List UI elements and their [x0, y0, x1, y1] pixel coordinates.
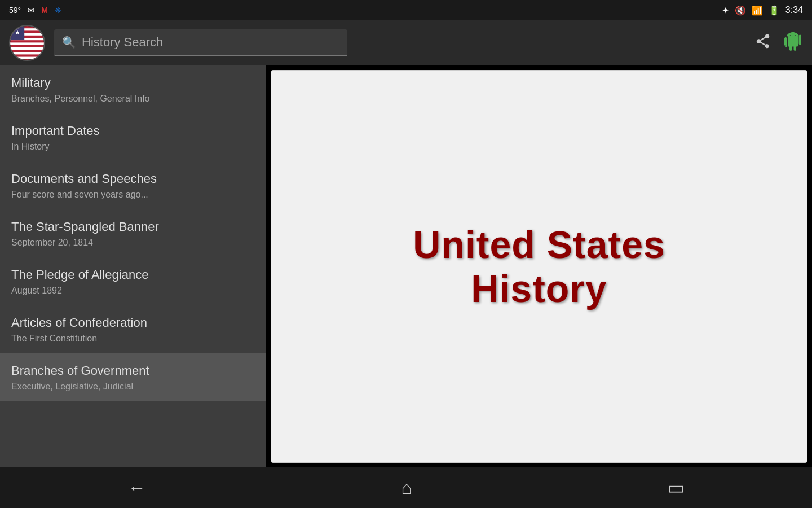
search-container[interactable]: 🔍 [54, 29, 347, 56]
sidebar-item-military[interactable]: MilitaryBranches, Personnel, General Inf… [0, 65, 266, 113]
share-icon[interactable] [754, 33, 771, 54]
status-time: 3:34 [785, 5, 803, 15]
sidebar-item-star-spangled-banner[interactable]: The Star-Spangled BannerSeptember 20, 18… [0, 209, 266, 257]
sidebar-item-title-documents-speeches: Documents and Speeches [11, 172, 254, 186]
status-bar: 59° ✉ M ❋ ✦ 🔇 📶 🔋 3:34 [0, 0, 812, 20]
sidebar-item-title-star-spangled-banner: The Star-Spangled Banner [11, 220, 254, 234]
main-content: MilitaryBranches, Personnel, General Inf… [0, 65, 812, 467]
sidebar-item-articles-confederation[interactable]: Articles of ConfederationThe First Const… [0, 305, 266, 353]
recent-apps-button[interactable]: ▭ [645, 472, 707, 503]
header: ★ 🔍 [0, 20, 812, 65]
back-button[interactable]: ← [105, 473, 168, 503]
sidebar-item-pledge-allegiance[interactable]: The Pledge of AllegianceAugust 1892 [0, 257, 266, 305]
svg-text:★: ★ [15, 29, 20, 36]
svg-rect-4 [10, 42, 44, 45]
sidebar-item-subtitle-documents-speeches: Four score and seven years ago... [11, 190, 254, 200]
sidebar-item-subtitle-military: Branches, Personnel, General Info [11, 94, 254, 104]
sidebar-item-important-dates[interactable]: Important DatesIn History [0, 113, 266, 161]
sidebar-item-title-pledge-allegiance: The Pledge of Allegiance [11, 268, 254, 282]
sidebar-item-title-military: Military [11, 76, 254, 90]
sidebar-item-subtitle-branches-government: Executive, Legislative, Judicial [11, 382, 254, 392]
sidebar: MilitaryBranches, Personnel, General Inf… [0, 65, 266, 467]
status-gmail-icon: M [41, 6, 48, 15]
svg-rect-7 [10, 57, 44, 59]
status-app-icon: ❋ [55, 6, 61, 15]
sidebar-item-subtitle-articles-confederation: The First Constitution [11, 334, 254, 344]
flag-logo[interactable]: ★ [9, 25, 45, 61]
search-input[interactable] [82, 35, 339, 50]
status-bluetooth-icon: ✦ [722, 5, 729, 16]
sidebar-item-subtitle-pledge-allegiance: August 1892 [11, 286, 254, 296]
status-mute-icon: 🔇 [735, 5, 746, 16]
header-right-icons [754, 30, 803, 55]
svg-rect-5 [10, 47, 44, 50]
android-icon[interactable] [783, 30, 803, 55]
status-temp: 59° [9, 6, 21, 15]
search-icon: 🔍 [62, 36, 76, 49]
content-title: United StatesHistory [413, 222, 665, 310]
sidebar-item-title-articles-confederation: Articles of Confederation [11, 316, 254, 330]
home-button[interactable]: ⌂ [378, 473, 434, 503]
svg-rect-6 [10, 52, 44, 54]
sidebar-item-subtitle-important-dates: In History [11, 142, 254, 152]
sidebar-item-subtitle-star-spangled-banner: September 20, 1814 [11, 238, 254, 248]
sidebar-item-documents-speeches[interactable]: Documents and SpeechesFour score and sev… [0, 161, 266, 209]
sidebar-item-branches-government[interactable]: Branches of GovernmentExecutive, Legisla… [0, 353, 266, 401]
content-panel: United StatesHistory [271, 70, 807, 463]
sidebar-item-title-important-dates: Important Dates [11, 124, 254, 138]
bottom-nav: ← ⌂ ▭ [0, 467, 812, 508]
status-wifi-icon: 📶 [752, 5, 763, 16]
sidebar-item-title-branches-government: Branches of Government [11, 364, 254, 378]
status-email-icon: ✉ [28, 6, 34, 15]
status-battery-icon: 🔋 [769, 5, 780, 16]
